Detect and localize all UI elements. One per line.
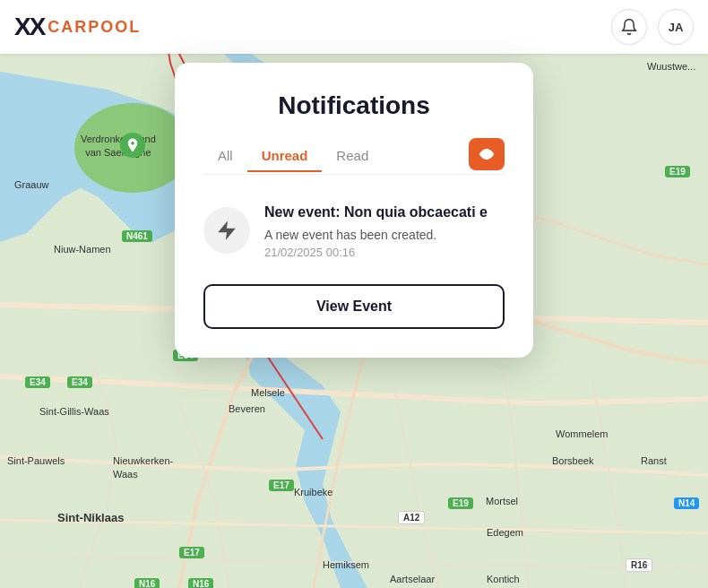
- tabs: All Unread Read: [203, 138, 505, 175]
- view-event-button[interactable]: View Event: [203, 284, 505, 329]
- notification-event-desc: A new event has been created.: [264, 228, 505, 242]
- notifications-panel: Notifications All Unread Read New event:…: [175, 63, 533, 358]
- avatar-button[interactable]: JA: [658, 9, 694, 45]
- road-badge-n16-2: N16: [188, 578, 213, 588]
- notification-event-time: 21/02/2025 00:16: [264, 246, 505, 259]
- road-badge-e19-1: E19: [665, 166, 690, 177]
- road-badge-e34-1: E34: [25, 376, 50, 388]
- road-badge-e19-2: E19: [448, 497, 473, 509]
- tab-all[interactable]: All: [203, 141, 247, 172]
- svg-point-2: [485, 152, 489, 157]
- tab-read[interactable]: Read: [322, 141, 383, 172]
- logo-xx: XX: [14, 13, 44, 41]
- notification-event-title: New event: Non quia obcaecati e: [264, 203, 505, 222]
- road-badge-n16-1: N16: [134, 578, 160, 588]
- notification-content: New event: Non quia obcaecati e A new ev…: [264, 203, 505, 259]
- road-badge-n14: N14: [674, 497, 699, 509]
- logo-carpool: CARPOOL: [47, 18, 141, 37]
- road-badge-a12: A12: [398, 511, 425, 524]
- road-badge-r16: R16: [626, 558, 652, 572]
- logo: XX CARPOOL: [14, 13, 141, 41]
- route-marker: [120, 133, 145, 158]
- mark-read-button[interactable]: [469, 138, 505, 170]
- notifications-title: Notifications: [203, 91, 505, 120]
- road-badge-e17-1: E17: [269, 480, 294, 491]
- navbar-right: JA: [611, 9, 694, 45]
- road-badge-e34-2: E34: [67, 376, 92, 388]
- notification-item: New event: Non quia obcaecati e A new ev…: [203, 196, 505, 266]
- bell-button[interactable]: [611, 9, 647, 45]
- tab-unread[interactable]: Unread: [247, 141, 323, 172]
- notification-icon-wrap: [203, 207, 250, 254]
- navbar: XX CARPOOL JA: [0, 0, 708, 54]
- road-badge-e17-2: E17: [179, 547, 204, 558]
- road-badge-n461: N461: [122, 230, 152, 242]
